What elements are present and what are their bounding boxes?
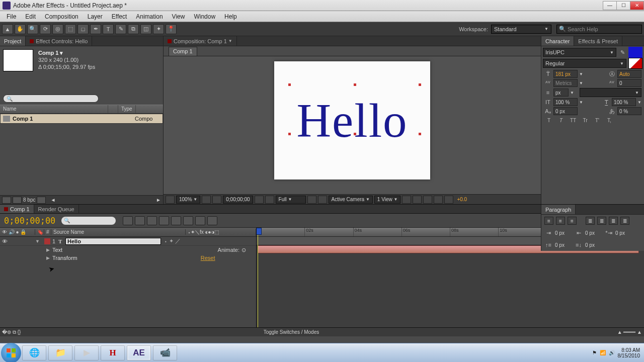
- pan-behind-tool[interactable]: ⬚: [65, 24, 76, 34]
- bpc-toggle[interactable]: 8 bpc: [23, 197, 35, 203]
- resolution-select[interactable]: Full ▼: [276, 196, 306, 204]
- selection-tool[interactable]: ▲: [2, 24, 13, 34]
- align-center-button[interactable]: ≡: [556, 217, 565, 225]
- tray-volume-icon[interactable]: 🔊: [609, 350, 615, 355]
- workspace-select[interactable]: Standard▼: [491, 25, 551, 34]
- subscript-button[interactable]: T,: [605, 118, 614, 126]
- draft-3d-button[interactable]: [135, 216, 145, 225]
- layer-name-input[interactable]: [65, 238, 161, 245]
- tsume-field[interactable]: 0 %: [617, 107, 641, 115]
- current-time[interactable]: 0;00;00;00: [223, 196, 253, 204]
- justify-center-button[interactable]: ≣: [597, 217, 606, 225]
- close-button[interactable]: ✕: [630, 1, 644, 10]
- frame-blend-button[interactable]: [159, 216, 169, 225]
- superscript-button[interactable]: T': [593, 118, 602, 126]
- clone-tool[interactable]: ⧉: [128, 24, 139, 34]
- visibility-icon[interactable]: 👁: [2, 238, 8, 244]
- stroke-color-swatch[interactable]: [628, 58, 642, 69]
- justify-all-button[interactable]: ≣: [620, 217, 629, 225]
- vscale-field[interactable]: 100 %: [553, 98, 578, 106]
- shape-tool[interactable]: □: [77, 24, 89, 34]
- taskbar-wmp[interactable]: ▶: [74, 345, 99, 360]
- tab-character[interactable]: Character: [541, 36, 574, 46]
- font-size-field[interactable]: 181 px: [553, 70, 578, 78]
- text-tool[interactable]: T: [103, 24, 114, 34]
- timeline-icon[interactable]: [423, 196, 432, 204]
- roto-tool[interactable]: ✦: [153, 24, 164, 34]
- snapshot-button[interactable]: [255, 196, 264, 204]
- space-after[interactable]: 0 px: [585, 242, 602, 248]
- tab-comp1-viewer[interactable]: Comp 1: [169, 47, 197, 56]
- align-right-button[interactable]: ≡: [568, 217, 577, 225]
- brainstorm-button[interactable]: [183, 216, 193, 225]
- minimize-button[interactable]: —: [603, 1, 617, 10]
- tab-effect-controls[interactable]: Effect Controls: Hello: [26, 36, 92, 46]
- kerning-field[interactable]: Metrics: [553, 79, 578, 87]
- tab-timeline-comp1[interactable]: Comp 1: [0, 205, 34, 213]
- reset-link[interactable]: Reset: [201, 255, 215, 261]
- zoom-select[interactable]: 100% ▼: [176, 196, 200, 204]
- fill-color-swatch[interactable]: [628, 47, 642, 58]
- taskbar-aftereffects[interactable]: AE: [127, 345, 151, 360]
- maximize-button[interactable]: ☐: [616, 1, 630, 10]
- justify-left-button[interactable]: ≣: [586, 217, 595, 225]
- auto-keyframe-button[interactable]: [195, 216, 205, 225]
- timeline-search[interactable]: 🔍: [61, 217, 116, 225]
- menu-file[interactable]: File: [2, 12, 21, 21]
- pixel-aspect-icon[interactable]: [402, 196, 411, 204]
- layer-row-1[interactable]: 👁 ▼ 1 T ⬩ ✦ ／: [0, 237, 256, 246]
- rotate-tool[interactable]: ⟳: [40, 24, 51, 34]
- tracking-field[interactable]: 0: [617, 79, 641, 87]
- tray-network-icon[interactable]: 📶: [600, 350, 606, 355]
- comp-mini-flowchart[interactable]: [123, 216, 133, 225]
- toggle-switches-button[interactable]: Toggle Switches / Modes: [264, 329, 319, 335]
- transparency-icon[interactable]: [318, 196, 327, 204]
- eyedropper-icon[interactable]: ✎: [618, 48, 626, 56]
- eraser-tool[interactable]: ◫: [140, 24, 151, 34]
- camera-tool[interactable]: ◎: [52, 24, 63, 34]
- camera-select[interactable]: Active Camera ▼: [329, 196, 373, 204]
- playhead[interactable]: [258, 228, 258, 327]
- project-item-comp1[interactable]: Comp 1 Compo: [0, 114, 163, 124]
- toggle-switches-icon[interactable]: �⊚ ⧉ {}: [2, 329, 21, 335]
- motion-blur-button[interactable]: [171, 216, 181, 225]
- bold-button[interactable]: T: [544, 118, 553, 126]
- folder-button[interactable]: [13, 197, 22, 204]
- composition-viewer[interactable]: Hello: [164, 56, 541, 194]
- start-button[interactable]: [1, 343, 21, 363]
- tray-clock[interactable]: 8:03 AM8/15/2010: [618, 347, 640, 358]
- align-left-button[interactable]: ≡: [544, 217, 553, 225]
- indent-first[interactable]: 0 px: [615, 230, 632, 236]
- animate-menu[interactable]: Animate: ⊙: [218, 247, 246, 253]
- tab-composition-header[interactable]: Composition: Comp 1 ▼: [164, 36, 237, 46]
- flowchart-icon[interactable]: [434, 196, 443, 204]
- menu-effect[interactable]: Effect: [107, 12, 131, 21]
- indent-right[interactable]: 0 px: [585, 230, 602, 236]
- font-family-select[interactable]: IrisUPC▼: [543, 48, 616, 57]
- text-layer-hello[interactable]: Hello: [296, 93, 408, 148]
- smallcaps-button[interactable]: Tr: [581, 118, 590, 126]
- puppet-tool[interactable]: 📍: [166, 24, 177, 34]
- delete-button[interactable]: [37, 197, 46, 204]
- system-tray[interactable]: ⚑ 📶 🔊 8:03 AM8/15/2010: [592, 347, 645, 358]
- italic-button[interactable]: T: [556, 118, 566, 126]
- baseline-field[interactable]: 0 px: [553, 107, 578, 115]
- allcaps-button[interactable]: TT: [569, 118, 578, 126]
- menu-composition[interactable]: Composition: [40, 12, 83, 21]
- view-select[interactable]: 1 View ▼: [374, 196, 401, 204]
- zoom-tool[interactable]: 🔍: [27, 24, 38, 34]
- hide-shy-button[interactable]: [147, 216, 157, 225]
- roi-icon[interactable]: [307, 196, 316, 204]
- tab-effects-presets[interactable]: Effects & Preset: [574, 36, 622, 46]
- tab-paragraph[interactable]: Paragraph: [541, 205, 576, 214]
- composition-canvas[interactable]: Hello: [274, 61, 430, 179]
- taskbar-explorer[interactable]: 📁: [48, 345, 72, 360]
- reset-exp-icon[interactable]: [444, 196, 453, 204]
- stroke-style-select[interactable]: ▼: [580, 88, 641, 97]
- menu-layer[interactable]: Layer: [83, 12, 107, 21]
- fast-preview-icon[interactable]: [413, 196, 422, 204]
- menu-view[interactable]: View: [168, 12, 190, 21]
- safe-zones-icon[interactable]: [202, 196, 211, 204]
- current-timecode[interactable]: 0;00;00;00: [0, 216, 59, 226]
- justify-right-button[interactable]: ≣: [609, 217, 618, 225]
